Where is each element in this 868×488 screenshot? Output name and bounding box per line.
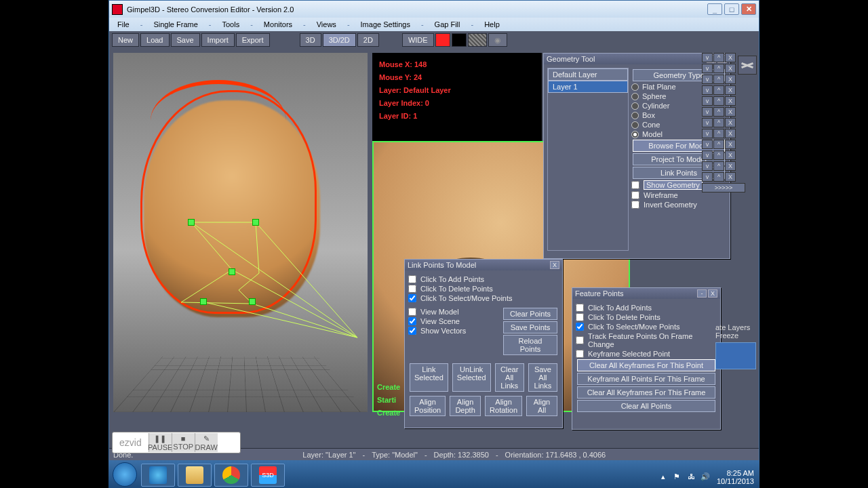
sidebtn[interactable]: X xyxy=(725,107,736,117)
clear-kf-frame-button[interactable]: Clear All Keyframes For This Frame xyxy=(577,386,715,399)
sidebtn[interactable]: v xyxy=(702,150,713,160)
menu-image-settings[interactable]: Image Settings xyxy=(358,20,413,28)
task-explorer[interactable] xyxy=(178,464,212,487)
wide-button[interactable]: WIDE xyxy=(402,33,434,47)
clear-kf-point-button[interactable]: Clear All Keyframes For This Point xyxy=(577,359,715,371)
sidebtn[interactable]: ^ xyxy=(713,150,724,160)
close-button[interactable]: ✕ xyxy=(741,3,756,15)
hatch-button[interactable] xyxy=(468,33,487,47)
align-depth-button[interactable]: Align Depth xyxy=(450,396,481,416)
sidebtn[interactable]: ^ xyxy=(713,75,724,84)
recorder-stop-button[interactable]: ■STOP xyxy=(172,433,195,452)
sidebtn[interactable]: X xyxy=(725,161,736,171)
view-scene-check[interactable] xyxy=(408,317,416,325)
mode-3d2d-button[interactable]: 3D/2D xyxy=(323,33,356,47)
export-button[interactable]: Export xyxy=(236,33,270,47)
start-button[interactable] xyxy=(113,462,137,487)
link-points-panel[interactable]: Link Points To ModelX Click To Add Point… xyxy=(404,259,563,428)
menu-file[interactable]: File xyxy=(115,20,132,28)
feature-points-panel[interactable]: Feature Points-X Click To Add Points Cli… xyxy=(572,287,721,430)
sidebtn[interactable]: ^ xyxy=(713,64,724,73)
sidebtn[interactable]: v xyxy=(702,172,713,182)
viewport-3d[interactable] xyxy=(113,53,368,412)
side-selected-item[interactable] xyxy=(715,342,756,369)
sidebtn[interactable]: v xyxy=(702,64,713,73)
task-s3d[interactable]: S3D xyxy=(251,464,285,487)
tray-up-icon[interactable]: ▴ xyxy=(656,472,665,482)
recorder-pause-button[interactable]: ❚❚PAUSE xyxy=(149,433,172,452)
panel-close-button[interactable]: X xyxy=(550,261,559,269)
fp-track-check[interactable] xyxy=(576,336,584,344)
sidebtn[interactable]: ^ xyxy=(713,140,724,149)
sidebtn[interactable]: ^ xyxy=(713,172,724,182)
sidebtn[interactable]: v xyxy=(702,96,713,106)
wireframe-check[interactable] xyxy=(631,191,639,199)
load-button[interactable]: Load xyxy=(140,33,169,47)
fp-add-check[interactable] xyxy=(576,304,584,312)
kf-all-frame-button[interactable]: Keyframe All Points For This Frame xyxy=(577,373,715,385)
recorder-widget[interactable]: ezvid ❚❚PAUSE ■STOP ✎DRAW xyxy=(112,432,241,453)
save-links-button[interactable]: Save All Links xyxy=(528,363,557,392)
mode-3d-button[interactable]: 3D xyxy=(300,33,321,47)
view-model-check[interactable] xyxy=(408,308,416,316)
layer-item-layer1[interactable]: Layer 1 xyxy=(548,81,628,93)
clear-all-points-button[interactable]: Clear All Points xyxy=(577,400,715,412)
task-chrome[interactable] xyxy=(214,464,248,487)
sidebtn[interactable]: X xyxy=(725,129,736,138)
feature-point[interactable] xyxy=(249,298,256,305)
sidebtn[interactable]: v xyxy=(702,161,713,171)
sidebtn[interactable]: X xyxy=(725,118,736,127)
align-rotation-button[interactable]: Align Rotation xyxy=(485,396,522,416)
menu-help[interactable]: Help xyxy=(481,20,502,28)
volume-icon[interactable]: 🔊 xyxy=(701,472,710,482)
menu-gap-fill[interactable]: Gap Fill xyxy=(432,20,463,28)
sidebtn[interactable]: X xyxy=(725,172,736,182)
sidebtn[interactable]: ^ xyxy=(713,107,724,117)
sidebtn[interactable]: v xyxy=(702,75,713,84)
color-black-button[interactable] xyxy=(452,33,467,47)
lp-del-check[interactable] xyxy=(408,285,416,293)
recorder-draw-button[interactable]: ✎DRAW xyxy=(195,433,218,452)
menu-single-frame[interactable]: Single Frame xyxy=(151,20,200,28)
link-selected-button[interactable]: Link Selected xyxy=(410,363,448,392)
sidebtn[interactable]: X xyxy=(725,140,736,149)
system-tray[interactable]: ▴ ⚑ 🖧 🔊 8:25 AM 10/11/2013 xyxy=(656,469,754,485)
clear-links-button[interactable]: Clear All Links xyxy=(495,363,524,392)
sidebtn[interactable]: v xyxy=(702,107,713,117)
color-red-button[interactable] xyxy=(435,33,450,47)
minimize-button[interactable]: _ xyxy=(707,3,722,15)
flag-icon[interactable]: ⚑ xyxy=(671,472,680,482)
network-icon[interactable]: 🖧 xyxy=(686,472,695,482)
reload-points-button[interactable]: Reload Points xyxy=(503,335,557,355)
sidebtn[interactable]: X xyxy=(725,53,736,62)
sidebtn[interactable]: v xyxy=(702,53,713,62)
feature-point[interactable] xyxy=(188,219,195,226)
fp-del-check[interactable] xyxy=(576,313,584,321)
mode-2d-button[interactable]: 2D xyxy=(357,33,379,47)
save-button[interactable]: Save xyxy=(171,33,200,47)
sidebtn[interactable]: X xyxy=(725,85,736,95)
eye-tool-button[interactable]: ◉ xyxy=(488,33,507,47)
menu-tools[interactable]: Tools xyxy=(220,20,243,28)
import-button[interactable]: Import xyxy=(201,33,235,47)
sidebtn[interactable]: v xyxy=(702,140,713,149)
sidebtn[interactable]: v xyxy=(702,118,713,127)
layer-item-default[interactable]: Default Layer xyxy=(548,68,628,81)
task-ie[interactable] xyxy=(141,464,175,487)
invert-geometry-check[interactable] xyxy=(631,201,639,209)
save-points-button[interactable]: Save Points xyxy=(503,321,557,333)
show-vectors-check[interactable] xyxy=(408,327,416,335)
clear-points-button[interactable]: Clear Points xyxy=(503,308,557,320)
sidebtn[interactable]: ^ xyxy=(713,129,724,138)
menu-monitors[interactable]: Monitors xyxy=(261,20,295,28)
sidebtn[interactable]: ^ xyxy=(713,96,724,106)
sidebtn[interactable]: X xyxy=(725,75,736,84)
fp-sel-check[interactable] xyxy=(576,323,584,331)
panel-min-button[interactable]: - xyxy=(697,289,707,298)
x-close-icon[interactable] xyxy=(738,56,757,75)
feature-point[interactable] xyxy=(229,268,235,275)
sidebtn[interactable]: ^ xyxy=(713,53,724,62)
unlink-selected-button[interactable]: UnLink Selected xyxy=(452,363,491,392)
align-all-button[interactable]: Align All xyxy=(526,396,557,416)
sidebtn[interactable]: X xyxy=(725,150,736,160)
